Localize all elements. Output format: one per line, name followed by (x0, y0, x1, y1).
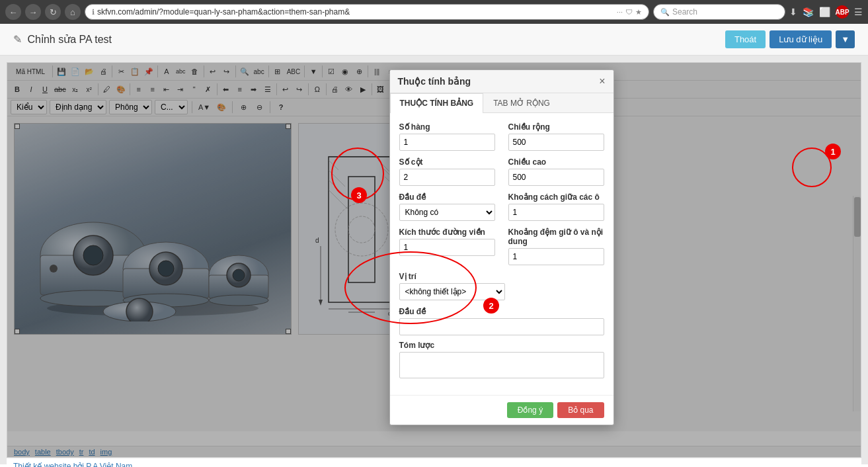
search-bar[interactable]: 🔍 Search (653, 4, 785, 20)
form-row-2: Số cột Chiều cao (399, 157, 604, 186)
editor-box: Mã HTML 💾 📄 📂 🖨 ✂ 📋 📌 A abc 🗑 ↩ ↪ 🔍 (7, 62, 861, 458)
form-group-dau-de: Đầu đề Không có (399, 192, 495, 221)
kich-thuoc-input[interactable] (399, 239, 495, 256)
so-cot-label: Số cột (399, 157, 495, 167)
footer: Thiết kế website bởi P.A Việt Nam (7, 458, 861, 467)
tabs-icon[interactable]: ⬜ (819, 7, 830, 17)
form-row-1: Số hàng Chiều rộng (399, 122, 604, 151)
khoang-cach-input[interactable] (508, 204, 604, 221)
luu-button[interactable]: Lưu dữ liệu (769, 30, 832, 48)
tom-luoc-label: Tóm lược (399, 341, 604, 350)
thuoc-tinh-bang-modal: Thuộc tính bảng × THUỘC TÍNH BẢNG TAB MỞ… (389, 69, 614, 425)
form-group-chieu-rong: Chiều rộng (508, 122, 604, 151)
back-button[interactable]: ← (5, 4, 21, 20)
dau-de-select[interactable]: Không có (399, 204, 495, 221)
browser-chrome: ← → ↻ ⌂ ℹ skfvn.com/admin/?module=quan-l… (0, 0, 868, 24)
editor-area: Mã HTML 💾 📄 📂 🖨 ✂ 📋 📌 A abc 🗑 ↩ ↪ 🔍 (0, 56, 868, 464)
bookmarks-icon[interactable]: 📚 (803, 7, 814, 17)
tom-luoc-textarea[interactable] (399, 352, 604, 378)
dong-y-button[interactable]: Đồng ý (507, 402, 553, 418)
edit-icon: ✎ (13, 34, 22, 45)
form-group-so-hang: Số hàng (399, 122, 495, 151)
vi-tri-select[interactable]: <không thiết lập> (399, 283, 505, 300)
search-placeholder: Search (672, 7, 697, 17)
form-row-4: Kích thước đường viền Khoảng đệm giữ ô v… (399, 228, 604, 265)
kich-thuoc-label: Kích thước đường viền (399, 228, 495, 237)
dau-de2-input[interactable] (399, 318, 604, 335)
modal-title: Thuộc tính bảng (398, 76, 471, 87)
chieu-cao-input[interactable] (508, 169, 604, 186)
so-hang-input[interactable] (399, 134, 495, 151)
modal-body: Số hàng Chiều rộng Số cột (390, 113, 613, 395)
page-content: ✎ Chỉnh sửa PA test Thoát Lưu dữ liệu ▼ … (0, 24, 868, 467)
modal-header: Thuộc tính bảng × (390, 70, 613, 93)
form-row-3: Đầu đề Không có Khoảng cách giữa các ô (399, 192, 604, 221)
dau-de2-group: Đầu đề (399, 307, 604, 335)
address-bar: ℹ skfvn.com/admin/?module=quan-ly-san-ph… (85, 4, 649, 20)
khoang-dem-input[interactable] (508, 248, 604, 265)
adblock-icon[interactable]: ABP (836, 5, 849, 19)
top-actions: Thoát Lưu dữ liệu ▼ (725, 30, 855, 48)
form-group-so-cot: Số cột (399, 157, 495, 186)
bo-qua-button[interactable]: Bỏ qua (557, 402, 604, 418)
reload-button[interactable]: ↻ (45, 4, 61, 20)
menu-icon[interactable]: ☰ (854, 7, 863, 17)
so-hang-label: Số hàng (399, 122, 495, 132)
vi-tri-label: Vị trí (399, 272, 604, 281)
chieu-cao-label: Chiều cao (508, 157, 604, 167)
modal-close-button[interactable]: × (599, 75, 605, 87)
thoat-button[interactable]: Thoát (725, 30, 766, 48)
modal-overlay: Thuộc tính bảng × THUỘC TÍNH BẢNG TAB MỞ… (7, 63, 861, 457)
dau-de-label: Đầu đề (399, 192, 495, 202)
forward-button[interactable]: → (25, 4, 41, 20)
dropdown-button[interactable]: ▼ (836, 30, 855, 48)
page-title-text: Chỉnh sửa PA test (27, 34, 112, 45)
form-group-chieu-cao: Chiều cao (508, 157, 604, 186)
download-icon[interactable]: ⬇ (789, 7, 797, 17)
khoang-dem-label: Khoảng đệm giữ ô và nội dung (508, 228, 604, 246)
page-title: ✎ Chỉnh sửa PA test (13, 33, 112, 46)
url-text: skfvn.com/admin/?module=quan-ly-san-pham… (97, 7, 614, 17)
form-group-kich-thuoc: Kích thước đường viền (399, 228, 495, 265)
tom-luoc-group: Tóm lược (399, 341, 604, 380)
form-group-khoang-dem: Khoảng đệm giữ ô và nội dung (508, 228, 604, 265)
home-button[interactable]: ⌂ (65, 4, 81, 20)
footer-link[interactable]: Thiết kế website bởi P.A Việt Nam (7, 462, 132, 467)
vi-tri-group: Vị trí <không thiết lập> (399, 272, 604, 300)
form-group-khoang-cach: Khoảng cách giữa các ô (508, 192, 604, 221)
top-bar: ✎ Chỉnh sửa PA test Thoát Lưu dữ liệu ▼ (0, 24, 868, 56)
chieu-rong-input[interactable] (508, 134, 604, 151)
modal-tabs: THUỘC TÍNH BẢNG TAB MỞ RỘNG (390, 93, 613, 113)
tab-mo-rong[interactable]: TAB MỞ RỘNG (483, 93, 560, 112)
tab-thuoc-tinh-bang[interactable]: THUỘC TÍNH BẢNG (390, 93, 484, 113)
chieu-rong-label: Chiều rộng (508, 122, 604, 132)
modal-footer: Đồng ý Bỏ qua (390, 395, 613, 425)
khoang-cach-label: Khoảng cách giữa các ô (508, 192, 604, 202)
dau-de2-label: Đầu đề (399, 307, 604, 316)
browser-icons: ⬇ 📚 ⬜ ABP ☰ (789, 5, 863, 19)
so-cot-input[interactable] (399, 169, 495, 186)
